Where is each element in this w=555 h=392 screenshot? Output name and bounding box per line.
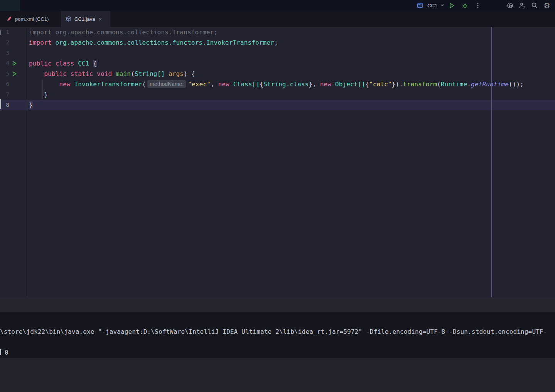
- code-token: getRuntime: [471, 81, 509, 88]
- run-console: \store\jdk22\bin\java.exe "-javaagent:D:…: [0, 312, 555, 358]
- console-command-line: \store\jdk22\bin\java.exe "-javaagent:D:…: [0, 326, 547, 337]
- code-line: 7 }: [0, 89, 555, 100]
- code-line: 5 public static void main(String[] args)…: [0, 69, 555, 79]
- run-play-icon[interactable]: [447, 0, 457, 10]
- close-icon[interactable]: ×: [98, 16, 102, 22]
- code-line: 4 public class CC1 {: [0, 58, 555, 69]
- code-token: ;: [274, 39, 278, 46]
- code-token: (: [142, 81, 146, 88]
- settings-gear-icon[interactable]: ⚙: [542, 0, 552, 10]
- code-token: {: [260, 81, 263, 88]
- line-number: 6: [0, 79, 9, 89]
- line-number: 2: [0, 37, 9, 48]
- tab-label: pom.xml (CC1): [15, 16, 49, 22]
- line-number: 5: [0, 69, 9, 79]
- edge-artifact: [0, 30, 1, 35]
- tab-label: CC1.java: [74, 16, 95, 22]
- code-line: 3: [0, 48, 555, 58]
- tab-cc1-java[interactable]: CC1.java ×: [61, 11, 110, 27]
- line-number: 4: [0, 58, 9, 69]
- code-token: public class: [29, 60, 78, 67]
- code-token: ());: [509, 81, 524, 88]
- code-with-me-icon[interactable]: [517, 0, 527, 10]
- ide-window: CC1: [0, 0, 555, 392]
- edge-artifact: [0, 349, 1, 355]
- chevron-down-icon: [440, 0, 445, 10]
- code-token: Class[]: [233, 81, 260, 88]
- code-token: main: [116, 70, 131, 77]
- code-token: org.apache.commons.collections.functors.…: [52, 39, 274, 46]
- code-token: import: [29, 39, 52, 46]
- code-token: {: [365, 81, 369, 88]
- tab-pom-xml[interactable]: pom.xml (CC1): [0, 11, 63, 27]
- code-token: }).: [392, 81, 403, 88]
- search-icon[interactable]: [530, 0, 540, 10]
- code-token: public static void: [44, 70, 116, 77]
- code-token: new: [59, 81, 74, 88]
- line-number: 3: [0, 48, 9, 58]
- edge-artifact: [0, 99, 1, 109]
- code-token: Object[]: [335, 81, 365, 88]
- run-gutter-icon[interactable]: [12, 61, 18, 67]
- parameter-hint: methodName:: [147, 80, 186, 88]
- java-class-cube-icon: [66, 16, 72, 22]
- code-token: new: [218, 81, 233, 88]
- code-token: CC1: [78, 60, 89, 67]
- code-line: 8 }: [0, 100, 555, 110]
- maven-feather-icon: [6, 16, 12, 22]
- code-token: (: [131, 70, 135, 77]
- bottom-panel: [0, 358, 555, 392]
- code-token: String.class: [263, 81, 309, 88]
- debug-bug-icon[interactable]: [460, 0, 470, 10]
- code-token: String[]: [135, 70, 165, 77]
- main-toolbar: CC1: [0, 0, 555, 11]
- code-token: [29, 70, 44, 77]
- project-widget[interactable]: CC1: [415, 0, 445, 11]
- code-token: args: [169, 70, 184, 77]
- code-token: (: [437, 81, 441, 88]
- code-token-brace-highlight: }: [29, 101, 33, 109]
- code-token: ,: [211, 81, 218, 88]
- project-window-icon: [415, 0, 425, 10]
- code-token: .: [467, 81, 471, 88]
- ai-spiral-icon[interactable]: [505, 0, 515, 10]
- code-token: InvokerTransformer: [74, 81, 142, 88]
- code-token: [89, 60, 93, 67]
- console-exit-code: 0: [5, 347, 8, 358]
- code-editor[interactable]: 1 import org.apache.commons.collections.…: [0, 27, 555, 297]
- code-line: 6 new InvokerTransformer(methodName:"exe…: [0, 79, 555, 89]
- code-line: 2 import org.apache.commons.collections.…: [0, 37, 555, 48]
- line-number: 7: [0, 89, 9, 100]
- code-token: },: [309, 81, 320, 88]
- editor-tab-bar: pom.xml (CC1) CC1.java ×: [0, 11, 555, 27]
- code-token: transform: [403, 81, 437, 88]
- code-line: 1 import org.apache.commons.collections.…: [0, 27, 555, 37]
- code-token: [29, 91, 44, 98]
- code-token: ) {: [184, 70, 195, 77]
- code-token: [29, 81, 59, 88]
- code-token: "exec": [188, 81, 211, 88]
- code-token: [165, 70, 169, 77]
- code-token-brace-highlight: {: [93, 60, 97, 67]
- line-number: 8: [0, 100, 9, 110]
- more-vertical-icon[interactable]: [473, 0, 483, 10]
- code-token: new: [320, 81, 335, 88]
- run-gutter-icon[interactable]: [12, 71, 18, 77]
- code-token: "calc": [369, 81, 392, 88]
- run-toolwindow-header: [0, 297, 555, 312]
- code-token: }: [44, 91, 48, 98]
- code-token: Runtime: [441, 81, 467, 88]
- code-token: import org.apache.commons.collections.Tr…: [29, 29, 218, 36]
- toolbar-left-block: [0, 0, 20, 11]
- line-number: 1: [0, 27, 9, 37]
- project-name: CC1: [427, 3, 437, 8]
